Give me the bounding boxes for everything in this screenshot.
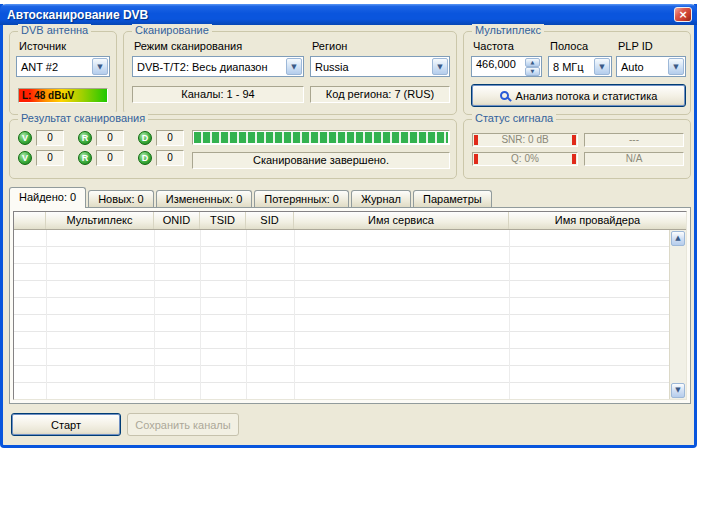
chevron-down-icon[interactable]: ▼ <box>432 58 448 75</box>
save-channels-button-label: Сохранить каналы <box>135 419 230 431</box>
spin-up-icon[interactable]: ▲ <box>525 58 540 67</box>
column-header-onid[interactable]: ONID <box>154 212 200 229</box>
antenna-group-title: DVB антенна <box>18 24 91 36</box>
snr-meter: SNR: 0 dB <box>472 133 578 147</box>
channels-grid: Мультиплекс ONID TSID SID Имя сервиса Им… <box>13 211 687 400</box>
chevron-down-icon[interactable]: ▼ <box>668 58 684 75</box>
chevron-down-icon[interactable]: ▼ <box>286 58 302 75</box>
quality-meter: Q: 0% <box>472 152 578 166</box>
scroll-down-icon[interactable]: ▼ <box>671 383 685 398</box>
column-header-service-name[interactable]: Имя сервиса <box>294 212 509 229</box>
result-tabs: Найдено: 0 Новых: 0 Измененных: 0 Потеря… <box>9 187 494 208</box>
tab-log[interactable]: Журнал <box>351 190 411 208</box>
source-label: Источник <box>19 40 66 52</box>
quality-value-field: N/A <box>584 152 684 166</box>
tv-counter-icon: V <box>18 131 32 145</box>
frequency-input[interactable]: 466,000 ▲ ▼ <box>471 56 542 77</box>
spin-down-icon[interactable]: ▼ <box>525 67 540 76</box>
start-button[interactable]: Старт <box>11 413 121 436</box>
titlebar[interactable]: Автосканирование DVB × <box>0 4 697 25</box>
column-header-check[interactable] <box>14 212 46 229</box>
band-select[interactable]: 8 МГц ▼ <box>548 56 612 77</box>
snr-left-marker <box>474 135 478 145</box>
scan-mode-label: Режим сканирования <box>134 40 242 52</box>
scanning-group: Сканирование Режим сканирования Регион D… <box>123 31 457 115</box>
tab-new[interactable]: Новых: 0 <box>88 190 154 208</box>
tab-lost[interactable]: Потерянных: 0 <box>254 190 349 208</box>
start-button-label: Старт <box>51 419 81 431</box>
scan-result-group: Результат сканирования V 0 R 0 D 0 V 0 R… <box>9 119 457 179</box>
multiplex-group-title: Мультиплекс <box>472 24 544 36</box>
scan-progress-bar <box>192 130 450 145</box>
plp-id-value: Auto <box>617 61 667 73</box>
band-value: 8 МГц <box>549 61 593 73</box>
tab-changed[interactable]: Измененных: 0 <box>156 190 253 208</box>
grid-column-line <box>294 230 295 399</box>
frequency-label: Частота <box>473 40 514 52</box>
region-code-field: Код региона: 7 (RUS) <box>310 86 450 103</box>
snr-right-marker <box>572 135 576 145</box>
chevron-down-icon[interactable]: ▼ <box>92 58 108 75</box>
multiplex-group: Мультиплекс Частота Полоса PLP ID 466,00… <box>463 31 691 115</box>
scan-result-group-title: Результат сканирования <box>18 112 148 124</box>
tv-counter2-value: 0 <box>36 150 64 166</box>
source-select-value: ANT #2 <box>17 61 91 73</box>
radio-counter2-value: 0 <box>96 150 124 166</box>
quality-left-marker <box>474 154 478 164</box>
snr-label: SNR: 0 dB <box>501 134 548 145</box>
scan-mode-select[interactable]: DVB-T/T2: Весь диапазон ▼ <box>132 56 304 77</box>
analyze-stream-button[interactable]: Анализ потока и статистика <box>471 84 686 107</box>
data-counter2-value: 0 <box>156 150 184 166</box>
close-icon: × <box>678 8 687 21</box>
window-title: Автосканирование DVB <box>0 8 148 22</box>
band-label: Полоса <box>550 40 588 52</box>
progress-fill <box>194 132 448 143</box>
tv-counter-value: 0 <box>36 130 64 146</box>
frequency-spinner: ▲ ▼ <box>525 58 540 75</box>
plp-id-select[interactable]: Auto ▼ <box>616 56 686 77</box>
grid-column-line <box>509 230 510 399</box>
region-value: Russia <box>311 61 431 73</box>
snr-value-field: --- <box>584 133 684 147</box>
scan-mode-value: DVB-T/T2: Весь диапазон <box>133 61 285 73</box>
dialog-window: Автосканирование DVB × DVB антенна Источ… <box>0 4 697 448</box>
column-header-sid[interactable]: SID <box>246 212 294 229</box>
data-counter-value: 0 <box>156 130 184 146</box>
data-counter2-icon: D <box>138 151 152 165</box>
column-header-provider-name[interactable]: Имя провайдера <box>509 212 686 229</box>
plp-id-label: PLP ID <box>618 40 653 52</box>
scroll-up-icon[interactable]: ▲ <box>671 231 685 246</box>
scan-status-field: Сканирование завершено. <box>192 152 450 169</box>
region-label: Регион <box>312 40 347 52</box>
signal-status-group-title: Статус сигнала <box>472 112 556 124</box>
grid-body <box>14 230 669 399</box>
source-select[interactable]: ANT #2 ▼ <box>16 56 110 77</box>
column-header-tsid[interactable]: TSID <box>200 212 246 229</box>
channels-info-field: Каналы: 1 - 94 <box>132 86 304 103</box>
radio-counter2-icon: R <box>78 151 92 165</box>
chevron-down-icon[interactable]: ▼ <box>594 58 610 75</box>
grid-column-line <box>154 230 155 399</box>
close-button[interactable]: × <box>674 7 692 22</box>
analyze-stream-button-label: Анализ потока и статистика <box>516 90 658 102</box>
save-channels-button[interactable]: Сохранить каналы <box>127 413 239 436</box>
signal-level-meter: L: 48 dBuV <box>18 88 108 103</box>
data-counter-icon: D <box>138 131 152 145</box>
dialog-client-area: DVB антенна Источник ANT #2 ▼ L: 48 dBuV… <box>3 25 694 445</box>
quality-right-marker <box>572 154 576 164</box>
signal-level-text: L: 48 dBuV <box>22 90 74 101</box>
radio-counter-value: 0 <box>96 130 124 146</box>
magnifier-icon <box>500 91 509 100</box>
grid-header: Мультиплекс ONID TSID SID Имя сервиса Им… <box>14 212 686 230</box>
antenna-group: DVB антенна Источник ANT #2 ▼ L: 48 dBuV <box>9 31 117 115</box>
column-header-multiplex[interactable]: Мультиплекс <box>46 212 154 229</box>
region-select[interactable]: Russia ▼ <box>310 56 450 77</box>
tab-found[interactable]: Найдено: 0 <box>9 187 86 208</box>
radio-counter-icon: R <box>78 131 92 145</box>
found-tab-panel: Мультиплекс ONID TSID SID Имя сервиса Им… <box>9 207 691 404</box>
grid-column-line <box>46 230 47 399</box>
scanning-group-title: Сканирование <box>132 24 212 36</box>
vertical-scrollbar[interactable]: ▲ ▼ <box>669 230 686 399</box>
quality-label: Q: 0% <box>511 153 539 164</box>
tab-parameters[interactable]: Параметры <box>413 190 492 208</box>
